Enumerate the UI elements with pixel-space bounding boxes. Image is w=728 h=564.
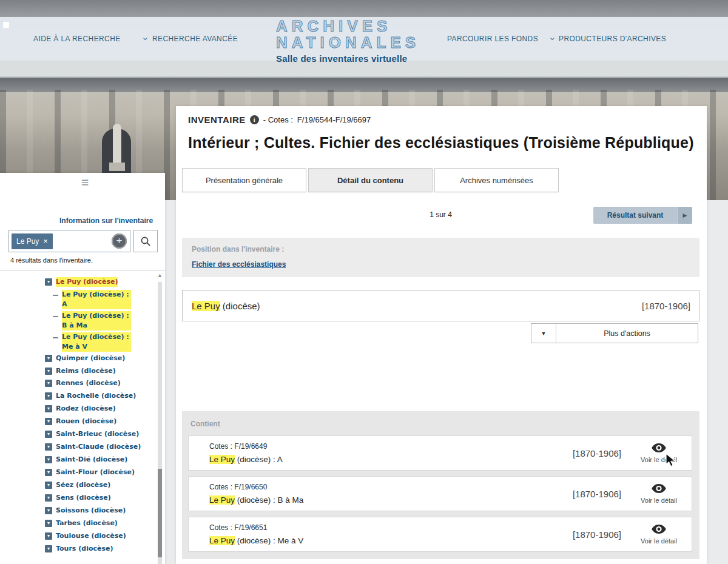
highlighted-term: Le Puy	[192, 301, 220, 311]
remove-tag-button[interactable]: ×	[43, 237, 48, 245]
tab-presentation-generale[interactable]: Présentation générale	[182, 168, 306, 192]
tree-item[interactable]: ▾Tarbes (diocèse)	[45, 519, 147, 528]
contains-row-title-rest: (diocèse) : Me à V	[235, 536, 303, 545]
position-label: Position dans l'inventaire :	[192, 245, 690, 253]
tree-toggle-icon[interactable]: ▾	[45, 507, 52, 514]
tree-item-label: Tarbes (diocèse)	[56, 519, 118, 528]
tree-item-label: Saint-Claude (diocèse)	[56, 442, 141, 452]
tree-toggle-icon[interactable]: ▾	[45, 418, 52, 425]
scrollbar-up-button[interactable]: ▲	[156, 272, 164, 280]
tree-toggle-icon[interactable]: ▾	[45, 482, 52, 489]
eye-icon	[652, 484, 666, 493]
logo-line-1: ARCHIVES	[276, 18, 420, 35]
view-detail-button[interactable]: Voir le détail	[630, 525, 688, 545]
tree-item-label: Quimper (diocèse)	[56, 354, 125, 363]
tree-item-label: Soissons (diocèse)	[56, 506, 126, 515]
tree-item[interactable]: ▾Tours (diocèse)	[45, 544, 147, 554]
next-arrow-icon: ▶	[677, 207, 692, 224]
view-detail-button[interactable]: Voir le détail	[630, 443, 688, 463]
tree-item[interactable]: ▾Rodez (diocèse)	[45, 404, 147, 414]
tree-item[interactable]: Le Puy (diocèse) : Me à V	[53, 332, 147, 352]
tree-toggle-icon[interactable]: ▾	[45, 545, 52, 552]
tree-toggle-icon[interactable]: ▾	[45, 278, 52, 286]
tree-item[interactable]: ▾Saint-Brieuc (diocèse)	[45, 429, 147, 439]
eye-icon	[652, 525, 666, 534]
tree-toggle-icon[interactable]: ▾	[45, 392, 52, 400]
search-tag-label: Le Puy	[16, 237, 39, 246]
tree-container: ▾Le Puy (diocèse)Le Puy (diocèse) : ALe …	[0, 270, 165, 564]
contains-label: Contient	[190, 420, 692, 428]
more-actions-button[interactable]: ▼ Plus d'actions	[531, 323, 698, 343]
top-left-marker	[3, 22, 9, 28]
tree-item-label: Sens (diocèse)	[56, 493, 111, 503]
tree-item-label: Rouen (diocèse)	[56, 417, 116, 426]
tree-item[interactable]: ▾Rouen (diocèse)	[45, 417, 147, 426]
contains-row: Cotes : F/19/6651Le Puy (diocèse) : Me à…	[188, 517, 692, 552]
results-count: 4 résultats dans l'inventaire.	[10, 257, 165, 264]
contains-row: Cotes : F/19/6649Le Puy (diocèse) : A[18…	[188, 435, 692, 471]
tree-item[interactable]: ▾Le Puy (diocèse)	[45, 277, 147, 287]
scrollbar-track[interactable]	[158, 282, 162, 564]
tree-toggle-icon[interactable]: ▾	[45, 355, 52, 362]
contains-section: Contient Cotes : F/19/6649Le Puy (diocès…	[182, 411, 699, 559]
actions-row: ▼ Plus d'actions	[182, 323, 699, 343]
tab-detail-du-contenu[interactable]: Détail du contenu	[308, 168, 433, 192]
contains-row-text: Cotes : F/19/6651Le Puy (diocèse) : Me à…	[209, 523, 545, 545]
highlighted-term: Le Puy	[209, 495, 235, 505]
tree-toggle-icon[interactable]: ▾	[45, 532, 52, 540]
add-search-term-button[interactable]: +	[112, 233, 127, 249]
tree-item[interactable]: ▾Sens (diocèse)	[45, 493, 147, 503]
tree-item[interactable]: Le Puy (diocèse) : B à Ma	[53, 311, 147, 331]
tree-item[interactable]: ▾Reims (diocèse)	[45, 366, 147, 376]
tree-item-label: Le Puy (diocèse)	[56, 277, 118, 287]
search-button[interactable]	[133, 230, 158, 252]
tree-item-label: Rodez (diocèse)	[56, 404, 116, 414]
tree-item[interactable]: ▾Rennes (diocèse)	[45, 378, 147, 388]
tree-toggle-icon[interactable]: ▾	[45, 469, 52, 476]
tree-toggle-icon[interactable]: ▾	[45, 380, 52, 387]
tab-archives-numerisees[interactable]: Archives numérisées	[434, 168, 559, 192]
view-detail-button[interactable]: Voir le détail	[630, 484, 688, 504]
highlighted-term: Le Puy	[209, 536, 235, 545]
info-icon[interactable]: i	[250, 115, 259, 124]
tree-item-label: Séez (diocèse)	[56, 480, 110, 490]
nav-producteurs-archives[interactable]: PRODUCTEURS D'ARCHIVES	[559, 35, 666, 43]
scrollbar-thumb[interactable]	[158, 469, 162, 557]
main-content: INVENTAIRE i - Cotes : F/19/6544-F/19/66…	[176, 106, 707, 564]
photo-statue-base	[109, 163, 125, 171]
tree-toggle-icon[interactable]: ▾	[45, 443, 52, 451]
nav-parcourir-fonds[interactable]: PARCOURIR LES FONDS	[447, 35, 538, 43]
tree-scrollbar[interactable]: ▲	[156, 272, 164, 564]
tree-toggle-icon[interactable]: ▾	[45, 405, 52, 412]
nav-recherche-avancee[interactable]: RECHERCHE AVANCÉE	[152, 35, 238, 43]
archives-nationales-logo[interactable]: ARCHIVES NATIONALES Salle des inventaire…	[276, 18, 420, 64]
tree-item[interactable]: ▾Saint-Claude (diocèse)	[45, 442, 147, 452]
tree-toggle-icon[interactable]: ▾	[45, 368, 52, 375]
tree-item[interactable]: ▾Toulouse (diocèse)	[45, 531, 147, 541]
tree-item-label: Saint-Flour (diocèse)	[56, 468, 135, 477]
contains-row-title: Le Puy (diocèse) : B à Ma	[209, 495, 545, 505]
tab-bar: Présentation générale Détail du contenu …	[182, 168, 699, 192]
tree-toggle-icon[interactable]: ▾	[45, 520, 52, 527]
tree-branch-icon	[53, 316, 58, 317]
menu-icon[interactable]: ≡	[81, 175, 89, 190]
tree-toggle-icon[interactable]: ▾	[45, 456, 52, 463]
contains-row: Cotes : F/19/6650Le Puy (diocèse) : B à …	[188, 476, 692, 511]
tree-item[interactable]: ▾Séez (diocèse)	[45, 480, 147, 490]
position-link[interactable]: Fichier des ecclésiastiques	[192, 260, 286, 269]
contains-row-date: [1870-1906]	[545, 529, 621, 540]
nav-aide-recherche[interactable]: AIDE À LA RECHERCHE	[33, 35, 121, 43]
tree-item[interactable]: ▾Soissons (diocèse)	[45, 506, 147, 515]
tree-item[interactable]: ▾Saint-Dié (diocèse)	[45, 455, 147, 465]
record-title: Le Puy (diocèse)	[192, 301, 260, 311]
tree-item[interactable]: Le Puy (diocèse) : A	[53, 290, 147, 309]
search-input[interactable]: Le Puy × +	[8, 230, 130, 252]
inventory-cotes-value: F/19/6544-F/19/6697	[297, 115, 371, 124]
tree-item[interactable]: ▾Saint-Flour (diocèse)	[45, 468, 147, 477]
tree-item[interactable]: ▾La Rochelle (diocèse)	[45, 391, 147, 401]
tree-item[interactable]: ▾Quimper (diocèse)	[45, 354, 147, 363]
tree-toggle-icon[interactable]: ▾	[45, 431, 52, 438]
next-result-button[interactable]: Résultat suivant ▶	[593, 207, 692, 224]
tree-toggle-icon[interactable]: ▾	[45, 494, 52, 502]
eye-icon	[652, 443, 666, 452]
